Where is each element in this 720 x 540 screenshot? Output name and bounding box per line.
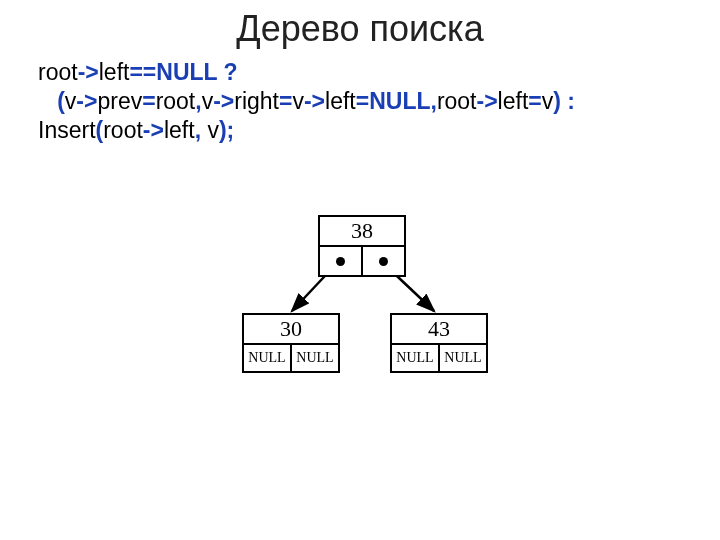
arrow-op: -> <box>304 88 325 114</box>
tok: right <box>234 88 279 114</box>
paren-close: ) : <box>553 88 575 114</box>
tok: root <box>437 88 477 114</box>
slide-title: Дерево поиска <box>0 8 720 50</box>
arrow-op: -> <box>143 117 164 143</box>
node-left-ptr: NULL <box>392 345 440 371</box>
eqeq-op: == <box>129 59 156 85</box>
tree-node-left: 30 NULL NULL <box>242 313 340 373</box>
node-right-ptr: NULL <box>292 345 338 371</box>
node-value: 43 <box>392 315 486 345</box>
tok: left <box>325 88 356 114</box>
node-right-ptr <box>363 247 404 275</box>
code-line-3: Insert(root->left, v); <box>38 116 688 145</box>
eq-op: = <box>528 88 541 114</box>
tok: left <box>164 117 195 143</box>
node-right-ptr: NULL <box>440 345 486 371</box>
code-line-2: (v->prev=root,v->right=v->left=NULL,root… <box>38 87 688 116</box>
node-left-ptr: NULL <box>244 345 292 371</box>
dot-icon <box>379 257 388 266</box>
tok: v <box>542 88 554 114</box>
tok: left <box>99 59 130 85</box>
eq-op: = <box>279 88 292 114</box>
tok: Insert <box>38 117 96 143</box>
tree-node-root: 38 <box>318 215 406 277</box>
keyword-null: NULL ? <box>156 59 237 85</box>
code-line-1: root->left==NULL ? <box>38 58 688 87</box>
tok: prev <box>97 88 142 114</box>
tok: v <box>202 88 214 114</box>
eq-op: = <box>142 88 155 114</box>
tok: root <box>156 88 196 114</box>
slide: Дерево поиска root->left==NULL ? (v->pre… <box>0 0 720 540</box>
node-left-ptr <box>320 247 363 275</box>
arrow-op: -> <box>76 88 97 114</box>
comma: , <box>195 117 208 143</box>
arrow-op: -> <box>78 59 99 85</box>
paren-open: ( <box>57 88 65 114</box>
code-block: root->left==NULL ? (v->prev=root,v->righ… <box>38 58 688 144</box>
tok: v <box>65 88 77 114</box>
tok: root <box>38 59 78 85</box>
arrow-op: -> <box>477 88 498 114</box>
node-value: 30 <box>244 315 338 345</box>
tok: v <box>207 117 219 143</box>
node-value: 38 <box>320 217 404 247</box>
keyword-null: NULL <box>369 88 430 114</box>
indent <box>38 88 57 114</box>
tree-diagram: 38 30 NULL NULL 43 NULL NULL <box>200 215 520 415</box>
tok: v <box>292 88 304 114</box>
paren-close: ); <box>219 117 234 143</box>
arrow-op: -> <box>213 88 234 114</box>
tok: root <box>103 117 143 143</box>
eq-op: = <box>356 88 369 114</box>
dot-icon <box>336 257 345 266</box>
tree-node-right: 43 NULL NULL <box>390 313 488 373</box>
tok: left <box>498 88 529 114</box>
